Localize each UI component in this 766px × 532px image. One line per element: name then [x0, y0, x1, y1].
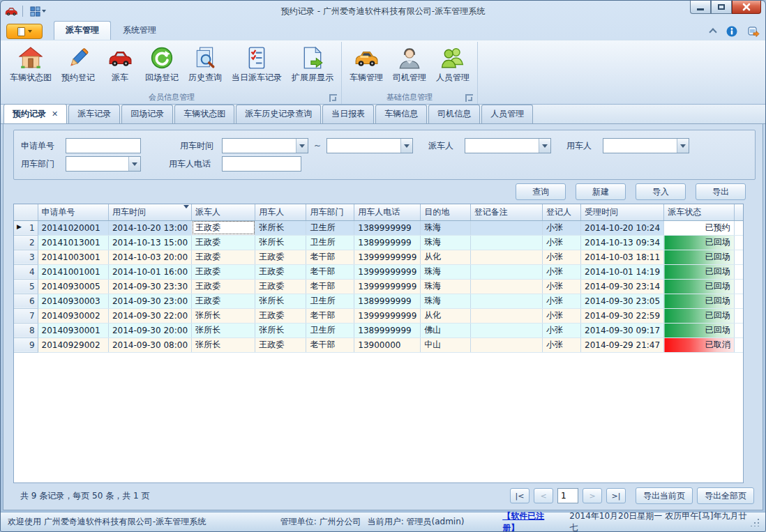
- doc-tab-personnel-mgmt[interactable]: 人员管理: [481, 105, 533, 123]
- dialog-launcher-icon[interactable]: [465, 94, 473, 102]
- grid-cell-accept_time[interactable]: 2014-09-30 23:14: [581, 279, 664, 294]
- grid-cell-destination[interactable]: 佛山: [421, 323, 470, 337]
- grid-cell-registrar[interactable]: 小张: [542, 323, 580, 337]
- grid-cell-dispatcher[interactable]: 王政委: [192, 279, 255, 294]
- grid-cell-dept[interactable]: 卫生所: [306, 235, 354, 250]
- prev-page-button[interactable]: <: [534, 488, 553, 503]
- maximize-button[interactable]: [711, 0, 732, 14]
- first-page-button[interactable]: |<: [510, 488, 530, 503]
- grid-cell-dispatcher[interactable]: 张所长: [192, 308, 255, 323]
- grid-cell-order_no[interactable]: 20140930003: [38, 294, 108, 308]
- grid-cell-dispatcher[interactable]: 王政委: [192, 264, 255, 279]
- app-icon[interactable]: [5, 5, 17, 17]
- license-link[interactable]: 【软件已注册】: [502, 510, 560, 532]
- table-row[interactable]: 3201410030012014-10-03 20:00王政委王政委老干部139…: [14, 250, 743, 264]
- grid-cell-destination[interactable]: 珠海: [421, 220, 470, 235]
- doc-tab-vehicle-info[interactable]: 车辆信息: [375, 105, 427, 123]
- grid-cell-phone[interactable]: 13999999999: [354, 264, 421, 279]
- grid-cell-phone[interactable]: 13900000: [354, 337, 421, 352]
- use-time-to-combo[interactable]: [326, 138, 413, 153]
- row-header[interactable]: 5: [14, 279, 38, 294]
- ribbon-button-reservation-register[interactable]: 预约登记: [57, 43, 100, 91]
- grid-cell-status[interactable]: 已预约: [664, 220, 735, 235]
- grid-cell-status[interactable]: 已回场: [664, 250, 735, 264]
- grid-cell-accept_time[interactable]: 2014-09-30 22:59: [581, 308, 664, 323]
- grid-cell-status[interactable]: 已回场: [664, 323, 735, 337]
- chevron-down-icon[interactable]: [539, 139, 550, 153]
- doc-tab-today-report[interactable]: 当日报表: [322, 105, 374, 123]
- grid-cell-status[interactable]: 已回场: [664, 294, 735, 308]
- page-number-input[interactable]: 1: [557, 488, 578, 503]
- grid-cell-phone[interactable]: 1389999999: [354, 294, 421, 308]
- grid-cell-dispatcher[interactable]: 王政委: [192, 250, 255, 264]
- row-header[interactable]: 7: [14, 308, 38, 323]
- column-header-registrar[interactable]: 登记人: [542, 204, 580, 220]
- minimize-button[interactable]: [690, 0, 711, 14]
- grid-cell-user[interactable]: 张所长: [255, 220, 306, 235]
- grid-cell-phone[interactable]: 1389999999: [354, 220, 421, 235]
- grid-cell-accept_time[interactable]: 2014-10-20 10:24: [581, 220, 664, 235]
- grid-cell-destination[interactable]: 珠海: [421, 235, 470, 250]
- ribbon-button-vehicle-status-map[interactable]: 车辆状态图: [5, 43, 57, 91]
- close-button[interactable]: [732, 0, 761, 14]
- grid-cell-destination[interactable]: 中山: [421, 337, 470, 352]
- column-header-user[interactable]: 用车人: [255, 204, 306, 220]
- row-header[interactable]: 6: [14, 294, 38, 308]
- grid-cell-use_time[interactable]: 2014-10-13 15:00: [108, 235, 191, 250]
- grid-cell-remark[interactable]: [470, 323, 542, 337]
- chevron-down-icon[interactable]: [400, 139, 412, 153]
- app-menu-button[interactable]: [6, 24, 43, 39]
- grid-cell-status[interactable]: 已回场: [664, 279, 735, 294]
- column-header-order_no[interactable]: 申请单号: [38, 204, 108, 220]
- table-row[interactable]: 4201410010012014-10-01 16:00王政委王政委老干部139…: [14, 264, 743, 279]
- ribbon-tab-dispatch-mgmt[interactable]: 派车管理: [54, 21, 111, 40]
- dispatcher-combo[interactable]: [465, 138, 551, 153]
- grid-cell-order_no[interactable]: 20140930002: [38, 308, 108, 323]
- grid-cell-dispatcher[interactable]: 王政委: [192, 235, 255, 250]
- grid-cell-registrar[interactable]: 小张: [542, 308, 580, 323]
- row-header[interactable]: 8: [14, 323, 38, 337]
- grid-cell-use_time[interactable]: 2014-09-30 23:00: [108, 294, 191, 308]
- grid-cell-user[interactable]: 王政委: [255, 279, 306, 294]
- table-row[interactable]: 5201409300052014-09-30 23:30王政委王政委老干部139…: [14, 279, 743, 294]
- row-header[interactable]: 4: [14, 264, 38, 279]
- ribbon-button-driver-mgmt[interactable]: 司机管理: [388, 43, 431, 91]
- grid-cell-destination[interactable]: 珠海: [421, 264, 470, 279]
- grid-cell-user[interactable]: 张所长: [255, 323, 306, 337]
- dept-combo[interactable]: [66, 156, 141, 172]
- grid-cell-use_time[interactable]: 2014-09-30 08:00: [108, 337, 191, 352]
- grid-cell-registrar[interactable]: 小张: [542, 279, 580, 294]
- grid-cell-dispatcher[interactable]: 王政委: [192, 294, 255, 308]
- column-header-status[interactable]: 派车状态: [664, 204, 735, 220]
- grid-cell-dept[interactable]: 老干部: [306, 264, 354, 279]
- grid-cell-dispatcher[interactable]: 张所长: [192, 323, 255, 337]
- export-button[interactable]: 导出: [696, 183, 746, 200]
- close-tab-icon[interactable]: ✕: [52, 109, 58, 119]
- grid-cell-user[interactable]: 张所长: [255, 294, 306, 308]
- grid-cell-user[interactable]: 王政委: [255, 264, 306, 279]
- chevron-down-icon[interactable]: [677, 139, 689, 153]
- row-header[interactable]: ▶1: [14, 220, 38, 235]
- grid-cell-use_time[interactable]: 2014-09-30 23:30: [108, 279, 191, 294]
- grid-cell-order_no[interactable]: 20141003001: [38, 250, 108, 264]
- grid-cell-registrar[interactable]: 小张: [542, 250, 580, 264]
- grid-cell-phone[interactable]: 13999999999: [354, 279, 421, 294]
- grid-cell-status[interactable]: 已回场: [664, 235, 735, 250]
- grid-cell-use_time[interactable]: 2014-10-01 16:00: [108, 264, 191, 279]
- grid-cell-dept[interactable]: 老干部: [306, 337, 354, 352]
- grid-cell-remark[interactable]: [470, 294, 542, 308]
- ribbon-button-return-register[interactable]: 回场登记: [140, 43, 183, 91]
- doc-tab-dispatch-records[interactable]: 派车记录: [68, 105, 120, 123]
- grid-cell-remark[interactable]: [470, 220, 542, 235]
- doc-tab-vehicle-status-map[interactable]: 车辆状态图: [174, 105, 234, 123]
- column-header-dispatcher[interactable]: 派车人: [192, 204, 255, 220]
- collapse-ribbon-icon[interactable]: [710, 29, 716, 33]
- grid-cell-user[interactable]: 张所长: [255, 235, 306, 250]
- ribbon-button-extended-screen[interactable]: 扩展屏显示: [287, 43, 338, 91]
- column-filter-icon[interactable]: [183, 208, 189, 218]
- info-icon[interactable]: [726, 26, 737, 37]
- grid-cell-registrar[interactable]: 小张: [542, 264, 580, 279]
- phone-input[interactable]: [222, 156, 301, 172]
- column-header-destination[interactable]: 目的地: [421, 204, 470, 220]
- export-all-pages-button[interactable]: 导出全部页: [697, 487, 754, 504]
